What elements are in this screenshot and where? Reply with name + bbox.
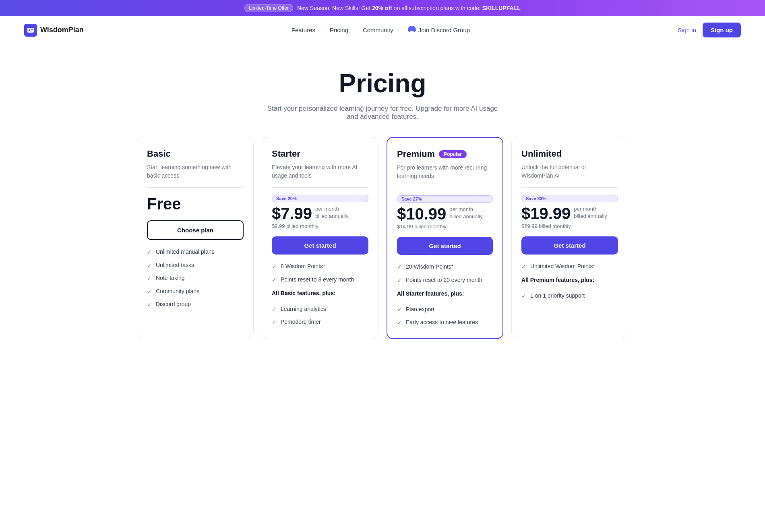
nav-features[interactable]: Features [292, 27, 315, 33]
plan-name: Premium Popular [397, 149, 493, 159]
check-icon: ✓ [147, 275, 152, 283]
nav-actions: Sign in Sign up [678, 23, 741, 37]
price-period: per monthbilled annually [449, 206, 482, 220]
plan-description: Elevate your learning with more AI usage… [272, 163, 368, 180]
signup-button[interactable]: Sign up [703, 23, 741, 37]
feature-item: ✓ Community plans [147, 288, 244, 296]
check-icon: ✓ [272, 263, 277, 271]
price-period: per monthbilled annually [315, 205, 348, 220]
feature-item: ✓ 1 on 1 priority support [521, 292, 618, 300]
logo-icon [24, 24, 37, 37]
check-icon: ✓ [272, 319, 277, 327]
price-monthly: $9.99 billed monthly [272, 223, 368, 229]
check-icon: ✓ [147, 248, 152, 257]
feature-item: ✓ Note-taking [147, 274, 244, 283]
feature-item: ✓ Points reset to 20 every month [397, 276, 493, 285]
svg-rect-2 [31, 29, 33, 30]
save-badge: Save 33% [521, 195, 618, 202]
features-list: ✓ Unlimited Wisdom Points* [521, 263, 618, 271]
nav-links: Features Pricing Community Join Discord … [292, 25, 470, 35]
feature-item: ✓ Pomodoro timer [272, 318, 368, 327]
get-started-button[interactable]: Get started [397, 237, 493, 255]
plan-starter: Starter Elevate your learning with more … [262, 137, 378, 339]
features-list: ✓ Unlimited manual plans ✓ Unlimited tas… [147, 248, 244, 309]
feature-item: ✓ Plan export [397, 306, 493, 314]
plan-name: Starter [272, 149, 368, 159]
plan-name: Unlimited [521, 149, 618, 159]
banner-badge: Limited-Time Offer [244, 4, 293, 12]
nav-community[interactable]: Community [363, 27, 393, 33]
check-icon: ✓ [521, 263, 526, 271]
extra-features-list: ✓ 1 on 1 priority support [521, 292, 618, 300]
feature-item: ✓ Learning analytics [272, 305, 368, 314]
feature-item: ✓ 20 Wisdom Points* [397, 263, 493, 271]
plan-basic: Basic Start learning something new with … [137, 137, 254, 339]
check-icon: ✓ [147, 301, 152, 309]
navbar: WisdomPlan Features Pricing Community Jo… [0, 16, 765, 44]
hero-section: Pricing Start your personalized learning… [0, 44, 765, 137]
promo-banner: Limited-Time Offer New Season, New Skill… [0, 0, 765, 16]
check-icon: ✓ [521, 292, 526, 300]
features-list: ✓ 20 Wisdom Points* ✓ Points reset to 20… [397, 263, 493, 284]
svg-rect-3 [31, 31, 32, 31]
feature-item: ✓ 8 Wisdom Points* [272, 263, 368, 271]
save-badge: Save 27% [397, 195, 493, 203]
check-icon: ✓ [272, 276, 277, 284]
get-started-button[interactable]: Get started [521, 236, 618, 255]
svg-point-1 [29, 29, 30, 31]
plan-price: Free [147, 195, 244, 213]
divider [272, 187, 368, 188]
price-amount: $7.99 [272, 205, 312, 221]
pricing-grid: Basic Start learning something new with … [121, 137, 644, 339]
choose-plan-button[interactable]: Choose plan [147, 220, 244, 240]
plan-unlimited: Unlimited Unlock the full potential of W… [511, 137, 628, 339]
banner-text: New Season, New Skills! Get 20% off on a… [297, 5, 521, 11]
plan-premium: Premium Popular For pro learners with mo… [387, 137, 503, 339]
features-section-label: All Premium features, plus: [521, 277, 618, 283]
feature-item: ✓ Unlimited manual plans [147, 248, 244, 257]
feature-item: ✓ Early access to new features [397, 319, 493, 327]
features-section-label: All Basic features, plus: [272, 290, 368, 296]
get-started-button[interactable]: Get started [272, 236, 368, 255]
divider [521, 187, 618, 188]
popular-badge: Popular [439, 150, 467, 158]
save-badge: Save 20% [272, 195, 368, 202]
price-period: per monthbilled annually [574, 205, 607, 220]
feature-item: ✓ Discord group [147, 300, 244, 309]
features-list: ✓ 8 Wisdom Points* ✓ Points reset to 8 e… [272, 263, 368, 284]
check-icon: ✓ [147, 262, 152, 270]
signin-button[interactable]: Sign in [678, 27, 696, 33]
price-row: $7.99 per monthbilled annually [272, 205, 368, 221]
check-icon: ✓ [397, 263, 402, 271]
extra-features-list: ✓ Plan export ✓ Early access to new feat… [397, 306, 493, 327]
check-icon: ✓ [272, 306, 277, 314]
price-amount: $10.99 [397, 206, 446, 222]
price-monthly: $14.99 billed monthly [397, 224, 493, 230]
divider [147, 187, 244, 188]
price-monthly: $29.99 billed monthly [521, 223, 618, 229]
price-row: $10.99 per monthbilled annually [397, 206, 493, 222]
price-amount: $19.99 [521, 205, 571, 221]
logo[interactable]: WisdomPlan [24, 24, 84, 37]
plan-description: For pro learners with more recurring lea… [397, 164, 493, 180]
check-icon: ✓ [397, 277, 402, 285]
logo-text: WisdomPlan [40, 26, 84, 34]
price-row: $19.99 per monthbilled annually [521, 205, 618, 221]
features-section-label: All Starter features, plus: [397, 290, 493, 297]
feature-item: ✓ Unlimited Wisdom Points* [521, 263, 618, 271]
nav-discord[interactable]: Join Discord Group [408, 25, 470, 35]
hero-subtitle: Start your personalized learning journey… [262, 105, 503, 121]
svg-rect-0 [27, 28, 34, 33]
discord-icon [408, 25, 416, 35]
plan-name: Basic [147, 149, 244, 159]
plan-description: Unlock the full potential of WisdomPlan … [521, 163, 618, 180]
check-icon: ✓ [397, 319, 402, 327]
divider [397, 188, 493, 188]
feature-item: ✓ Points reset to 8 every month [272, 276, 368, 284]
page-title: Pricing [8, 68, 757, 98]
nav-discord-label: Join Discord Group [418, 27, 470, 33]
feature-item: ✓ Unlimited tasks [147, 261, 244, 270]
check-icon: ✓ [147, 288, 152, 296]
nav-pricing[interactable]: Pricing [330, 27, 348, 33]
plan-description: Start learning something new with basic … [147, 163, 244, 180]
